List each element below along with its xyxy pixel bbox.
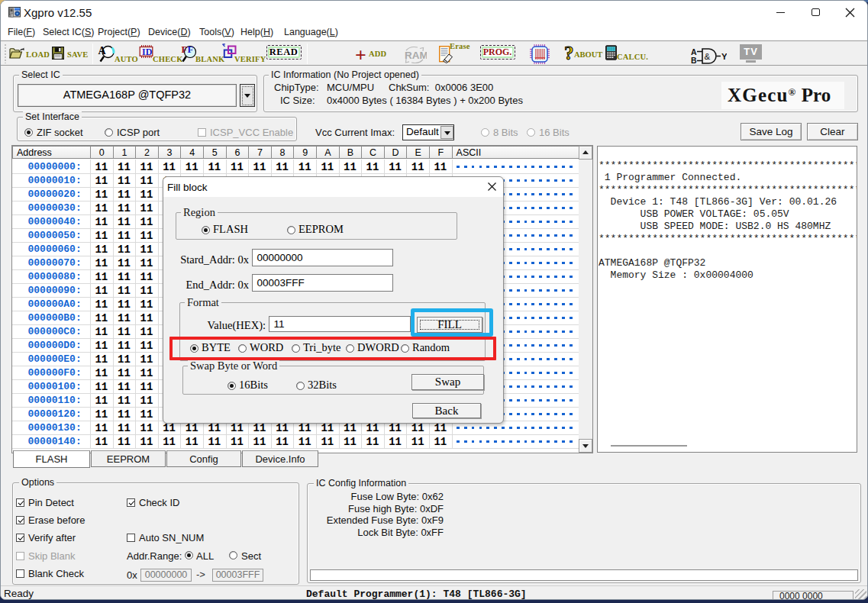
svg-text:B: B bbox=[691, 56, 697, 65]
svg-text:Y: Y bbox=[721, 52, 727, 61]
svg-text:F: F bbox=[188, 44, 194, 55]
svg-text:RAM: RAM bbox=[405, 50, 427, 61]
svg-text:&: & bbox=[705, 52, 711, 61]
svg-text:ID: ID bbox=[142, 47, 153, 57]
svg-text:F: F bbox=[182, 44, 188, 55]
svg-text:A: A bbox=[691, 47, 697, 56]
svg-text:A: A bbox=[98, 45, 107, 56]
svg-text:?: ? bbox=[564, 44, 574, 63]
